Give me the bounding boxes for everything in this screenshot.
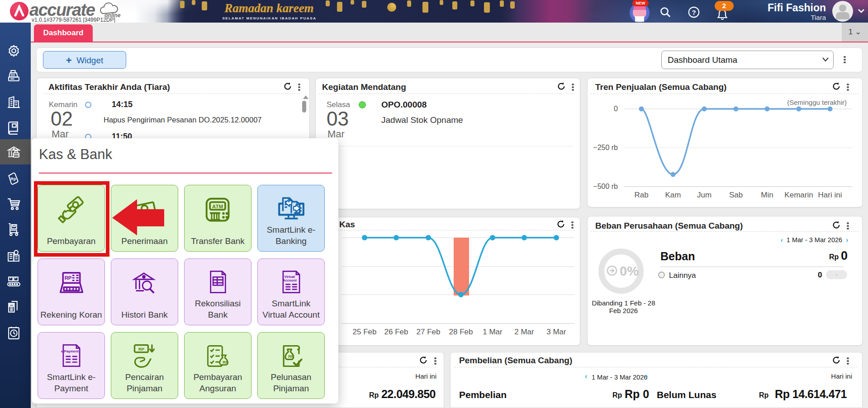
svg-text:Hari ini: Hari ini xyxy=(818,191,842,199)
svg-text:28 Feb: 28 Feb xyxy=(449,328,473,336)
svg-text:Kemarin: Kemarin xyxy=(784,191,813,199)
svg-text:RP: RP xyxy=(288,354,294,359)
svg-text:Rp: Rp xyxy=(10,177,16,181)
svg-text:2 Mar: 2 Mar xyxy=(514,328,534,336)
svg-text:1 Mar: 1 Mar xyxy=(483,328,503,336)
svg-text:RP: RP xyxy=(64,275,71,281)
svg-text:−250 rb: −250 rb xyxy=(593,144,618,151)
svg-text:Rab: Rab xyxy=(634,191,648,199)
svg-text:27 Feb: 27 Feb xyxy=(417,328,441,336)
svg-text:Kam: Kam xyxy=(665,191,681,199)
svg-text:Min: Min xyxy=(761,191,773,199)
svg-text:e-Payment: e-Payment xyxy=(61,349,78,353)
svg-text:?: ? xyxy=(692,9,696,16)
svg-text:ATM: ATM xyxy=(212,203,223,209)
svg-text:−500 rb: −500 rb xyxy=(593,183,618,190)
svg-text:RP: RP xyxy=(223,360,228,365)
svg-text:26 Feb: 26 Feb xyxy=(384,328,408,336)
svg-text:Account: Account xyxy=(283,278,297,282)
svg-text:RP: RP xyxy=(138,347,144,352)
svg-text:0: 0 xyxy=(614,105,618,113)
svg-text:25 Feb: 25 Feb xyxy=(353,328,377,336)
svg-text:Jum: Jum xyxy=(697,191,711,199)
svg-text:Sab: Sab xyxy=(729,191,743,199)
svg-text:TAX: TAX xyxy=(9,305,14,307)
svg-text:3 Mar: 3 Mar xyxy=(546,328,566,336)
